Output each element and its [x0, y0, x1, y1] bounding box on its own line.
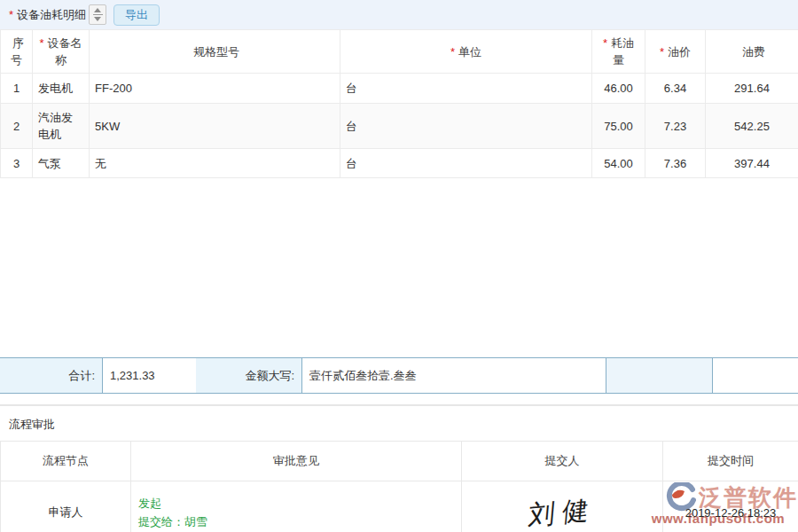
- total-value: 1,231.33: [102, 358, 196, 393]
- cell-equipment-name: 气泵: [33, 149, 90, 178]
- col-header-process-node: 流程节点: [1, 442, 131, 481]
- amount-in-words-value: 壹仟贰佰叁拾壹.叁叁: [301, 358, 606, 393]
- fuel-detail-table: 序号 *设备名称 规格型号 *单位 *耗油量 *油价 油费 1 发电机 FF-2…: [0, 29, 798, 178]
- cell-unit: 台: [340, 149, 592, 178]
- cell-price: 7.36: [645, 149, 706, 178]
- col-header-cost: 油费: [706, 30, 798, 74]
- cell-model: 无: [90, 149, 340, 178]
- col-header-equipment-name: *设备名称: [33, 30, 90, 74]
- cell-submitter-signature: 刘健: [462, 481, 663, 532]
- col-header-submit-time: 提交时间: [663, 442, 798, 481]
- section-divider: [0, 404, 798, 406]
- cell-model: 5KW: [90, 104, 340, 149]
- cell-unit: 台: [340, 104, 592, 149]
- export-button[interactable]: 导出: [113, 4, 160, 26]
- detail-header-row: 序号 *设备名称 规格型号 *单位 *耗油量 *油价 油费: [1, 30, 798, 74]
- col-header-price: *油价: [645, 30, 706, 74]
- summary-row: 合计: 1,231.33 金额大写: 壹仟贰佰叁拾壹.叁叁: [0, 357, 798, 394]
- col-header-submitter: 提交人: [462, 442, 663, 481]
- cell-consumption: 75.00: [592, 104, 645, 149]
- cell-consumption: 54.00: [592, 149, 645, 178]
- approval-row: 申请人 发起 提交给：胡雪 刘健 2019-12-26 18:23: [1, 481, 798, 532]
- approval-header-row: 流程节点 审批意见 提交人 提交时间: [1, 442, 798, 481]
- cell-cost: 542.25: [706, 104, 798, 149]
- cell-unit: 台: [340, 74, 592, 104]
- cell-price: 7.23: [645, 104, 706, 149]
- sort-stepper-icon[interactable]: [89, 4, 106, 25]
- col-header-no: 序号: [1, 30, 33, 74]
- cell-consumption: 46.00: [592, 74, 645, 104]
- signature: 刘健: [527, 491, 597, 532]
- table-row: 3 气泵 无 台 54.00 7.36 397.44: [1, 149, 798, 178]
- cell-no: 2: [1, 104, 33, 149]
- arrow-down-icon[interactable]: [94, 17, 101, 21]
- arrow-up-icon[interactable]: [94, 8, 101, 12]
- approval-section-title: 流程审批: [9, 410, 55, 440]
- col-header-model: 规格型号: [90, 30, 340, 74]
- toolbar: * 设备油耗明细 导出: [0, 0, 798, 29]
- cell-model: FF-200: [90, 74, 340, 104]
- cell-cost: 397.44: [706, 149, 798, 178]
- cell-process-node: 申请人: [1, 481, 131, 532]
- page: * 设备油耗明细 导出 序号 *设备名称 规格型号 *单位 *耗油量 *油价 油…: [0, 0, 798, 532]
- col-header-consumption: *耗油量: [592, 30, 645, 74]
- amount-in-words-label: 金额大写:: [196, 358, 301, 393]
- cell-price: 6.34: [645, 74, 706, 104]
- cell-no: 1: [1, 74, 33, 104]
- submit-time: 2019-12-26 18:23: [685, 506, 777, 520]
- cell-cost: 291.64: [706, 74, 798, 104]
- col-header-unit: *单位: [340, 30, 592, 74]
- cell-equipment-name: 汽油发电机: [33, 104, 90, 149]
- table-row: 2 汽油发电机 5KW 台 75.00 7.23 542.25: [1, 104, 798, 149]
- approval-table: 流程节点 审批意见 提交人 提交时间 申请人 发起 提交给：胡雪 刘健 2019…: [0, 441, 798, 532]
- divider: [93, 14, 103, 15]
- table-row: 1 发电机 FF-200 台 46.00 6.34 291.64: [1, 74, 798, 104]
- col-header-approval-opinion: 审批意见: [131, 442, 462, 481]
- required-asterisk: *: [9, 8, 13, 21]
- section-title: 设备油耗明细: [17, 7, 86, 23]
- summary-empty-cell: [712, 358, 798, 393]
- cell-equipment-name: 发电机: [33, 74, 90, 104]
- opinion-action: 发起: [138, 494, 454, 512]
- total-label: 合计:: [0, 358, 102, 393]
- opinion-submit-to: 提交给：胡雪: [138, 512, 454, 531]
- cell-submit-time: 2019-12-26 18:23: [663, 481, 798, 532]
- cell-approval-opinion: 发起 提交给：胡雪: [131, 481, 462, 532]
- summary-empty-cell: [606, 358, 712, 393]
- cell-no: 3: [1, 149, 33, 178]
